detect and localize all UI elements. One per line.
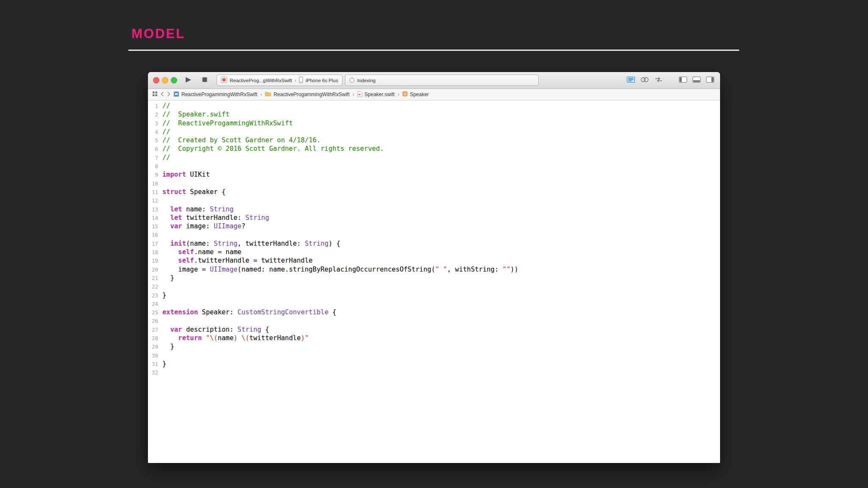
line-number: 3 (148, 119, 162, 128)
breadcrumb-item-file[interactable]: Speaker.swift (357, 91, 395, 98)
navigator-panel-icon (679, 77, 687, 84)
breadcrumb-item-project[interactable]: ReactiveProgammingWithRxSwift (173, 91, 257, 98)
code-line[interactable]: 7// (148, 153, 720, 162)
code-line[interactable]: 16 (148, 230, 720, 239)
xcode-toolbar: ReactiveProg...gWithRxSwift › iPhone 6s … (148, 72, 720, 89)
line-number: 24 (148, 299, 162, 308)
line-number: 1 (148, 102, 162, 110)
run-button[interactable] (185, 77, 192, 84)
activity-status: Indexing (357, 78, 376, 83)
code-line[interactable]: 3// ReactiveProgammingWithRxSwift (148, 119, 720, 128)
play-icon (185, 77, 192, 84)
code-line[interactable]: 28 return "\(name) \(twitterHandle)" (148, 334, 720, 342)
code-line[interactable]: 4// (148, 128, 720, 136)
breadcrumb-label: Speaker (410, 92, 429, 97)
svg-text:S: S (404, 92, 406, 96)
line-number: 9 (148, 170, 162, 179)
code-text: import UIKit (162, 170, 210, 179)
scheme-selector[interactable]: ReactiveProg...gWithRxSwift › iPhone 6s … (217, 75, 342, 86)
code-text: var image: UIImage? (162, 222, 245, 230)
code-text: // (162, 102, 170, 110)
line-number: 10 (148, 179, 162, 188)
code-line[interactable]: 31} (148, 360, 720, 368)
toggle-inspector-button[interactable] (706, 77, 714, 84)
code-line[interactable]: 5// Created by Scott Gardner on 4/18/16. (148, 136, 720, 144)
code-line[interactable]: 8 (148, 162, 720, 170)
scheme-name: ReactiveProg...gWithRxSwift (230, 78, 292, 83)
code-line[interactable]: 6// Copyright © 2016 Scott Gardner. All … (148, 144, 720, 153)
line-number: 29 (148, 342, 162, 351)
toolbar-right-controls (627, 77, 714, 84)
code-text: let name: String (162, 205, 234, 214)
code-line[interactable]: 19 self.twitterHandle = twitterHandle (148, 256, 720, 265)
code-text: extension Speaker: CustomStringConvertib… (162, 308, 337, 316)
code-line[interactable]: 20 image = UIImage(named: name.stringByR… (148, 265, 720, 274)
inspector-panel-icon (706, 77, 714, 84)
activity-spinner-icon (349, 78, 355, 83)
code-line[interactable]: 17 init(name: String, twitterHandle: Str… (148, 239, 720, 248)
line-number: 4 (148, 128, 162, 136)
code-line[interactable]: 25extension Speaker: CustomStringConvert… (148, 308, 720, 316)
line-number: 22 (148, 282, 162, 291)
code-line[interactable]: 2// Speaker.swift (148, 110, 720, 119)
code-line[interactable]: 9import UIKit (148, 170, 720, 179)
code-lines-container: 1//2// Speaker.swift3// ReactiveProgammi… (148, 102, 720, 377)
breadcrumb-label: ReactiveProgammingWithRxSwift (181, 92, 257, 97)
stop-button[interactable] (202, 77, 207, 83)
code-line[interactable]: 1// (148, 102, 720, 110)
code-line[interactable]: 23} (148, 291, 720, 299)
code-line[interactable]: 30 (148, 351, 720, 360)
version-editor-button[interactable] (654, 77, 663, 84)
code-line[interactable]: 26 (148, 316, 720, 325)
forward-button[interactable] (167, 92, 170, 98)
project-icon (173, 91, 179, 98)
code-text: // Copyright © 2016 Scott Gardner. All r… (162, 144, 384, 153)
device-icon (299, 77, 303, 84)
code-line[interactable]: 24 (148, 299, 720, 308)
code-line[interactable]: 13 let name: String (148, 205, 720, 214)
breadcrumb-item-symbol[interactable]: S Speaker (402, 91, 429, 98)
line-number: 31 (148, 360, 162, 368)
minimize-button[interactable] (162, 77, 168, 83)
breadcrumb-label: ReactiveProgammingWithRxSwift (273, 92, 349, 97)
zoom-button[interactable] (171, 77, 177, 83)
line-number: 6 (148, 144, 162, 153)
toggle-debug-area-button[interactable] (693, 77, 701, 84)
code-line[interactable]: 12 (148, 196, 720, 205)
line-number: 30 (148, 351, 162, 360)
code-line[interactable]: 27 var description: String { (148, 325, 720, 334)
line-number: 20 (148, 265, 162, 274)
code-line[interactable]: 32 (148, 368, 720, 377)
assistant-editor-button[interactable] (640, 77, 649, 84)
device-name: iPhone 6s Plus (306, 78, 338, 83)
code-line[interactable]: 15 var image: UIImage? (148, 222, 720, 230)
code-line[interactable]: 29 } (148, 342, 720, 351)
code-line[interactable]: 11struct Speaker { (148, 188, 720, 196)
code-line[interactable]: 22 (148, 282, 720, 291)
line-number: 12 (148, 196, 162, 205)
code-text: } (162, 274, 174, 282)
toggle-navigator-button[interactable] (679, 77, 687, 84)
related-items-button[interactable] (152, 91, 158, 98)
code-editor[interactable]: 1//2// Speaker.swift3// ReactiveProgammi… (148, 100, 720, 463)
line-number: 28 (148, 334, 162, 342)
code-text: // (162, 153, 170, 162)
code-text: var description: String { (162, 325, 269, 334)
breadcrumb-separator: › (353, 92, 354, 97)
code-line[interactable]: 14 let twitterHandle: String (148, 214, 720, 222)
code-line[interactable]: 18 self.name = name (148, 248, 720, 256)
window-controls (153, 77, 177, 83)
standard-editor-icon (627, 77, 635, 84)
code-line[interactable]: 10 (148, 179, 720, 188)
line-number: 14 (148, 214, 162, 222)
code-text: // ReactiveProgammingWithRxSwift (162, 119, 293, 128)
line-number: 26 (148, 316, 162, 325)
standard-editor-button[interactable] (627, 77, 635, 84)
slide-title: MODEL (131, 26, 185, 42)
code-text: // Speaker.swift (162, 110, 230, 119)
line-number: 27 (148, 325, 162, 334)
back-button[interactable] (161, 92, 164, 98)
code-line[interactable]: 21 } (148, 274, 720, 282)
breadcrumb-item-group[interactable]: ReactiveProgammingWithRxSwift (265, 91, 349, 98)
close-button[interactable] (153, 77, 159, 83)
